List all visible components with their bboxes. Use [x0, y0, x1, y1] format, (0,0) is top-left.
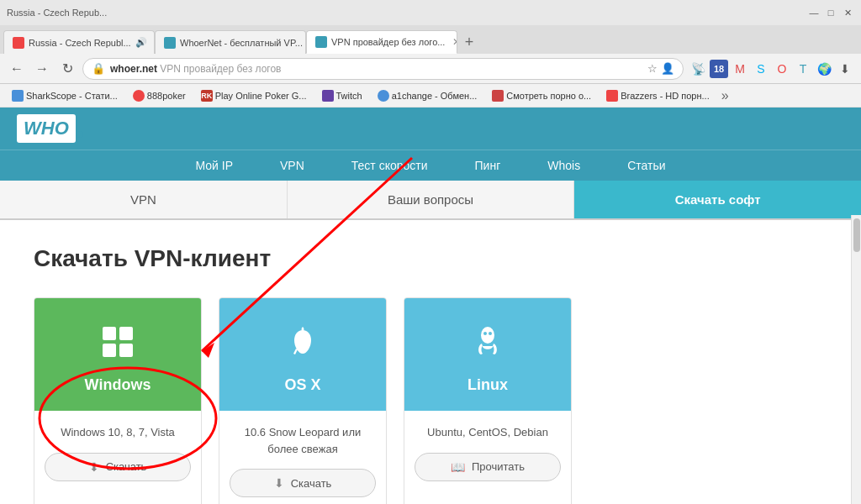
- extensions-icon[interactable]: 18: [710, 60, 728, 78]
- osx-icon: [236, 323, 369, 368]
- bookmarks-more-button[interactable]: »: [718, 88, 732, 103]
- tab-title-russia: Russia - Czech Republ...: [29, 38, 131, 48]
- linux-read-button[interactable]: 📖 Прочитать: [415, 453, 561, 481]
- bookmark-favicon-brazzers: [606, 90, 618, 102]
- opera-icon[interactable]: O: [773, 60, 791, 78]
- site-tabs: VPN Ваши вопросы Скачать софт: [0, 181, 861, 220]
- gmail-icon[interactable]: M: [731, 60, 749, 78]
- site-nav: Мой IP VPN Тест скорости Пинг Whois Стат…: [0, 150, 861, 181]
- close-button[interactable]: ✕: [841, 6, 854, 19]
- window-title: Russia - Czech Repub...: [7, 8, 107, 18]
- bookmark-twitch[interactable]: Twitch: [315, 88, 369, 103]
- new-tab-button[interactable]: +: [457, 30, 481, 54]
- download-btn-icon-windows: ⬇: [89, 460, 99, 474]
- title-bar: Russia - Czech Repub... — □ ✕: [0, 0, 861, 25]
- nav-whois[interactable]: Whois: [524, 150, 604, 181]
- bookmark-label-twitch: Twitch: [336, 91, 362, 101]
- bookmark-a1change[interactable]: a1change - Обмен...: [371, 88, 484, 103]
- bookmark-label-rk: Play Online Poker G...: [215, 91, 307, 101]
- svg-rect-2: [103, 344, 116, 357]
- tab-russia[interactable]: Russia - Czech Republ... 🔊 ✕: [3, 30, 155, 54]
- bookmark-favicon-sharkscope: [12, 90, 24, 102]
- card-body-osx: 10.6 Snow Leopard или более свежая ⬇ Ска…: [219, 411, 386, 504]
- card-osx: OS X 10.6 Snow Leopard или более свежая …: [219, 297, 387, 504]
- bookmark-label-porn: Смотреть порно о...: [506, 91, 591, 101]
- download-btn-icon-osx: ⬇: [274, 476, 284, 490]
- windows-desc: Windows 10, 8, 7, Vista: [45, 424, 191, 441]
- logo-container: WHO: [17, 114, 83, 143]
- tab-whoernet[interactable]: WhoerNet - бесплатный VP... ✕: [155, 30, 306, 54]
- minimize-button[interactable]: —: [807, 6, 821, 19]
- bookmark-888poker[interactable]: 888poker: [126, 88, 193, 103]
- window-controls: — □ ✕: [807, 6, 854, 19]
- skype-icon[interactable]: S: [752, 60, 770, 78]
- back-button[interactable]: ←: [7, 59, 27, 79]
- cast-icon[interactable]: 📡: [689, 60, 707, 78]
- bookmark-favicon-twitch: [322, 90, 334, 102]
- nav-ping[interactable]: Пинг: [452, 150, 525, 181]
- url-text: whoer.net VPN провайдер без логов: [110, 63, 642, 75]
- card-linux: Linux Ubuntu, CentOS, Debian 📖 Прочитать: [404, 297, 572, 504]
- url-domain: whoer.net: [110, 63, 157, 75]
- nav-articles[interactable]: Статьи: [604, 150, 689, 181]
- nav-myip[interactable]: Мой IP: [172, 150, 256, 181]
- address-bar: ← → ↻ 🔒 whoer.net VPN провайдер без лого…: [0, 54, 861, 84]
- url-bar[interactable]: 🔒 whoer.net VPN провайдер без логов ☆ 👤: [82, 58, 684, 80]
- scrollbar-thumb[interactable]: [853, 218, 860, 252]
- linux-title: Linux: [421, 376, 554, 394]
- site-tab-download[interactable]: Скачать софт: [574, 181, 861, 218]
- svg-rect-3: [119, 344, 133, 357]
- card-header-osx: OS X: [219, 298, 386, 411]
- bookmark-label-888poker: 888poker: [147, 91, 186, 101]
- star-icon[interactable]: ☆: [647, 62, 658, 75]
- svg-point-6: [489, 332, 492, 335]
- title-bar-left: Russia - Czech Repub...: [7, 8, 107, 18]
- site-logo-bar: WHO: [0, 108, 861, 150]
- tab-favicon-whoernet: [164, 37, 176, 49]
- bookmarks-bar: SharkScope - Стати... 888poker RK Play O…: [0, 84, 861, 108]
- tab-favicon-vpn: [315, 36, 327, 48]
- translate-icon[interactable]: T: [794, 60, 812, 78]
- bookmark-sharkscope[interactable]: SharkScope - Стати...: [5, 88, 124, 103]
- tab-title-vpn: VPN провайдер без лого...: [331, 37, 445, 47]
- svg-rect-0: [103, 327, 116, 340]
- site-tab-vpn[interactable]: VPN: [0, 181, 288, 218]
- site-logo: WHO: [17, 114, 76, 143]
- osx-desc: 10.6 Snow Leopard или более свежая: [230, 424, 376, 457]
- site-header: WHO Мой IP VPN Тест скорости Пинг Whois …: [0, 108, 861, 181]
- cards-row: Windows Windows 10, 8, 7, Vista ⬇ Скачат…: [34, 297, 827, 504]
- svg-point-4: [481, 327, 494, 344]
- bookmark-rk[interactable]: RK Play Online Poker G...: [194, 88, 314, 103]
- url-icons: ☆ 👤: [647, 62, 674, 75]
- download-icon[interactable]: ⬇: [836, 60, 854, 78]
- url-subtitle: VPN провайдер без логов: [160, 63, 281, 75]
- nav-speedtest[interactable]: Тест скорости: [328, 150, 452, 181]
- tab-bar: Russia - Czech Republ... 🔊 ✕ WhoerNet - …: [0, 25, 861, 54]
- bookmark-favicon-a1change: [378, 90, 389, 102]
- page-title: Скачать VPN-клиент: [34, 245, 827, 272]
- bookmark-porn[interactable]: Смотреть порно о...: [485, 88, 598, 103]
- card-header-linux: Linux: [404, 298, 571, 411]
- scrollbar[interactable]: [851, 215, 861, 504]
- tab-vpn-active[interactable]: VPN провайдер без лого... ✕: [306, 30, 457, 54]
- card-windows: Windows Windows 10, 8, 7, Vista ⬇ Скачат…: [34, 297, 202, 504]
- site-wrapper: WHO Мой IP VPN Тест скорости Пинг Whois …: [0, 108, 861, 504]
- browser-chrome: Russia - Czech Repub... — □ ✕ Russia - C…: [0, 0, 861, 108]
- osx-download-button[interactable]: ⬇ Скачать: [230, 469, 376, 497]
- read-btn-icon-linux: 📖: [451, 460, 465, 474]
- linux-icon: [421, 323, 554, 368]
- bookmark-label-brazzers: Brazzers - HD порн...: [621, 91, 710, 101]
- refresh-button[interactable]: ↻: [57, 59, 77, 79]
- windows-btn-label: Скачать: [106, 460, 147, 473]
- nav-vpn[interactable]: VPN: [256, 150, 328, 181]
- windows-download-button[interactable]: ⬇ Скачать: [45, 453, 191, 481]
- profile-icon[interactable]: 👤: [661, 62, 674, 75]
- forward-button[interactable]: →: [32, 59, 52, 79]
- flag-icon[interactable]: 🌍: [815, 60, 833, 78]
- svg-point-5: [483, 332, 487, 335]
- site-tab-questions[interactable]: Ваши вопросы: [288, 181, 575, 218]
- card-header-windows: Windows: [34, 298, 201, 411]
- windows-icon: [51, 323, 184, 368]
- bookmark-brazzers[interactable]: Brazzers - HD порн...: [600, 88, 716, 103]
- maximize-button[interactable]: □: [824, 6, 837, 19]
